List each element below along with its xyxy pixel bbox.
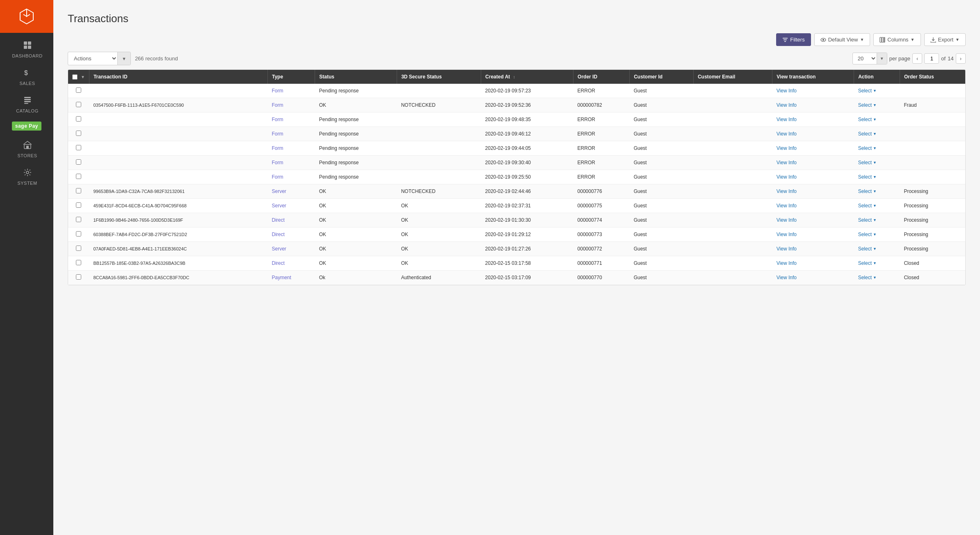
action-select-caret-icon[interactable]: ▼ (873, 161, 877, 165)
row-action[interactable]: Select ▼ (854, 227, 900, 242)
action-select-button[interactable]: Select ▼ (858, 131, 877, 137)
action-select-button[interactable]: Select ▼ (858, 160, 877, 165)
action-select-caret-icon[interactable]: ▼ (873, 175, 877, 179)
select-all-checkbox[interactable] (72, 74, 78, 80)
row-action[interactable]: Select ▼ (854, 98, 900, 113)
action-select-button[interactable]: Select ▼ (858, 174, 877, 180)
filters-button[interactable]: Filters (776, 33, 811, 46)
current-page-input[interactable] (924, 53, 939, 64)
action-select-button[interactable]: Select ▼ (858, 102, 877, 108)
per-page-arrow[interactable]: ▼ (877, 53, 887, 64)
row-view-info[interactable]: View Info (772, 271, 854, 285)
action-select-button[interactable]: Select ▼ (858, 88, 877, 94)
per-page-select[interactable]: 20 50 100 ▼ (852, 53, 887, 64)
row-action[interactable]: Select ▼ (854, 242, 900, 256)
row-action[interactable]: Select ▼ (854, 113, 900, 127)
action-select-button[interactable]: Select ▼ (858, 117, 877, 122)
action-select-button[interactable]: Select ▼ (858, 232, 877, 237)
action-select-caret-icon[interactable]: ▼ (873, 276, 877, 280)
row-action[interactable]: Select ▼ (854, 256, 900, 271)
actions-select-wrapper[interactable]: Actions ▼ (68, 52, 131, 65)
view-info-link[interactable]: View Info (777, 246, 797, 252)
created-at-sort-icon[interactable]: ↕ (513, 75, 515, 79)
row-view-info[interactable]: View Info (772, 199, 854, 213)
row-view-info[interactable]: View Info (772, 227, 854, 242)
view-info-link[interactable]: View Info (777, 232, 797, 237)
row-checkbox[interactable] (76, 246, 81, 251)
row-action[interactable]: Select ▼ (854, 184, 900, 199)
action-select-button[interactable]: Select ▼ (858, 217, 877, 223)
action-select-caret-icon[interactable]: ▼ (873, 146, 877, 150)
action-select-caret-icon[interactable]: ▼ (873, 247, 877, 251)
view-info-link[interactable]: View Info (777, 160, 797, 165)
action-select-caret-icon[interactable]: ▼ (873, 117, 877, 122)
action-select-caret-icon[interactable]: ▼ (873, 218, 877, 222)
sidebar-item-catalog[interactable]: CATALOG (0, 90, 53, 117)
view-info-link[interactable]: View Info (777, 117, 797, 122)
action-select-caret-icon[interactable]: ▼ (873, 132, 877, 136)
row-action[interactable]: Select ▼ (854, 84, 900, 98)
row-view-info[interactable]: View Info (772, 127, 854, 141)
row-action[interactable]: Select ▼ (854, 170, 900, 184)
row-checkbox[interactable] (76, 87, 81, 93)
row-checkbox[interactable] (76, 145, 81, 150)
row-checkbox[interactable] (76, 188, 81, 193)
export-button[interactable]: Export ▼ (924, 33, 966, 46)
sidebar-item-dashboard[interactable]: DASHBOARD (0, 35, 53, 62)
sidebar-item-sales[interactable]: $ SALES (0, 62, 53, 90)
row-checkbox[interactable] (76, 231, 81, 237)
row-action[interactable]: Select ▼ (854, 213, 900, 227)
view-info-link[interactable]: View Info (777, 174, 797, 180)
row-checkbox[interactable] (76, 131, 81, 136)
row-checkbox[interactable] (76, 217, 81, 222)
action-select-caret-icon[interactable]: ▼ (873, 261, 877, 265)
prev-page-button[interactable]: ‹ (912, 53, 922, 64)
per-page-input[interactable]: 20 50 100 (853, 53, 877, 64)
action-select-button[interactable]: Select ▼ (858, 246, 877, 252)
row-checkbox[interactable] (76, 116, 81, 122)
view-info-link[interactable]: View Info (777, 131, 797, 137)
action-select-caret-icon[interactable]: ▼ (873, 103, 877, 107)
actions-select-arrow[interactable]: ▼ (117, 52, 130, 65)
row-view-info[interactable]: View Info (772, 184, 854, 199)
actions-select[interactable]: Actions (68, 52, 117, 65)
row-action[interactable]: Select ▼ (854, 156, 900, 170)
view-info-link[interactable]: View Info (777, 88, 797, 94)
columns-button[interactable]: Columns ▼ (873, 33, 921, 46)
view-info-link[interactable]: View Info (777, 145, 797, 151)
view-info-link[interactable]: View Info (777, 260, 797, 266)
row-checkbox[interactable] (76, 274, 81, 280)
row-view-info[interactable]: View Info (772, 156, 854, 170)
action-select-button[interactable]: Select ▼ (858, 203, 877, 209)
view-info-link[interactable]: View Info (777, 203, 797, 209)
action-select-button[interactable]: Select ▼ (858, 275, 877, 280)
row-action[interactable]: Select ▼ (854, 271, 900, 285)
action-select-caret-icon[interactable]: ▼ (873, 204, 877, 208)
action-select-button[interactable]: Select ▼ (858, 145, 877, 151)
row-checkbox[interactable] (76, 159, 81, 165)
row-view-info[interactable]: View Info (772, 84, 854, 98)
view-info-link[interactable]: View Info (777, 102, 797, 108)
action-select-button[interactable]: Select ▼ (858, 188, 877, 194)
header-created-at[interactable]: Created At ↕ (481, 70, 573, 84)
row-view-info[interactable]: View Info (772, 113, 854, 127)
view-info-link[interactable]: View Info (777, 217, 797, 223)
row-checkbox[interactable] (76, 202, 81, 208)
row-view-info[interactable]: View Info (772, 213, 854, 227)
row-view-info[interactable]: View Info (772, 256, 854, 271)
row-checkbox[interactable] (76, 102, 81, 107)
row-view-info[interactable]: View Info (772, 242, 854, 256)
view-info-link[interactable]: View Info (777, 188, 797, 194)
row-action[interactable]: Select ▼ (854, 199, 900, 213)
default-view-button[interactable]: Default View ▼ (814, 33, 870, 46)
action-select-caret-icon[interactable]: ▼ (873, 189, 877, 193)
header-sort-icon[interactable]: ▼ (81, 75, 85, 79)
sidebar-item-stores[interactable]: STORES (0, 135, 53, 162)
row-view-info[interactable]: View Info (772, 170, 854, 184)
sidebar-item-system[interactable]: SYSTEM (0, 162, 53, 190)
row-view-info[interactable]: View Info (772, 141, 854, 156)
row-checkbox[interactable] (76, 260, 81, 265)
row-action[interactable]: Select ▼ (854, 127, 900, 141)
action-select-button[interactable]: Select ▼ (858, 260, 877, 266)
row-action[interactable]: Select ▼ (854, 141, 900, 156)
